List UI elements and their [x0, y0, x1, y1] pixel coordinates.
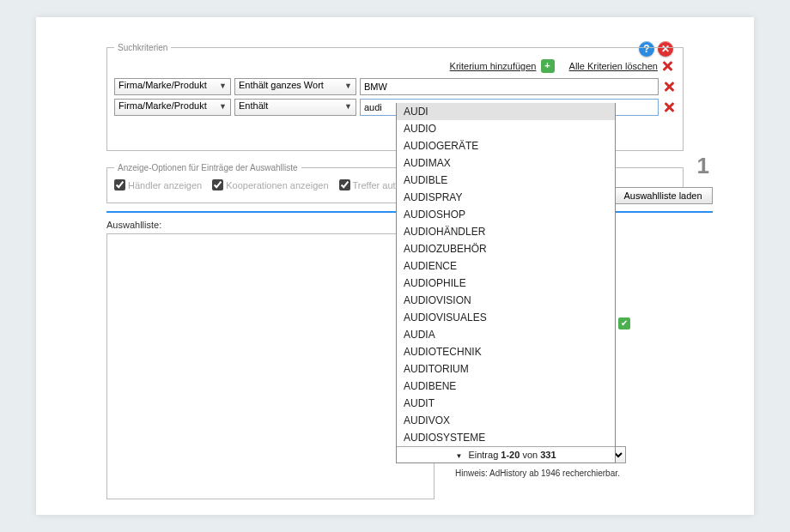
autocomplete-item[interactable]: AUDITORIUM	[397, 360, 615, 378]
autocomplete-item[interactable]: AUDIOTECHNIK	[397, 343, 615, 360]
autocomplete-item[interactable]: AUDIO	[397, 120, 615, 137]
plus-icon[interactable]: +	[541, 59, 555, 73]
autocomplete-item[interactable]: AUDIMAX	[397, 154, 615, 172]
autocomplete-item[interactable]: AUDIBENE	[397, 378, 615, 395]
show-coops-label: Kooperationen anzeigen	[226, 180, 328, 190]
operator-select[interactable]: Enthält ganzes Wort	[234, 78, 356, 95]
autocomplete-item[interactable]: AUDISPRAY	[397, 189, 615, 206]
selection-list-label: Auswahlliste:	[106, 220, 161, 230]
autocomplete-item[interactable]: AUDIA	[397, 326, 615, 343]
autocomplete-item[interactable]: AUDIOPHILE	[397, 275, 615, 292]
field-select[interactable]: Firma/Marke/Produkt	[114, 99, 231, 116]
autocomplete-item[interactable]: AUDIT	[397, 395, 615, 412]
autocomplete-item[interactable]: AUDIVOX	[397, 412, 615, 429]
show-dealers-label: Händler anzeigen	[128, 180, 202, 190]
autocomplete-item[interactable]: AUDIOVISUALES	[397, 309, 615, 326]
autocomplete-item[interactable]: AUDIOSHOP	[397, 206, 615, 223]
remove-criterion-icon[interactable]	[662, 80, 676, 94]
remove-criterion-icon[interactable]	[662, 100, 676, 114]
show-coops-checkbox[interactable]: Kooperationen anzeigen	[212, 179, 328, 190]
autocomplete-footer[interactable]: ▼ Eintrag 1-20 von 331	[397, 446, 615, 462]
autocomplete-item[interactable]: AUDIOSYSTEME	[397, 429, 615, 446]
clear-all-link[interactable]: Alle Kriterien löschen	[569, 61, 658, 71]
confirm-icon[interactable]: ✔	[618, 317, 630, 329]
show-dealers-checkbox[interactable]: Händler anzeigen	[114, 179, 202, 190]
value-input[interactable]	[360, 78, 659, 95]
result-count: 1	[697, 153, 709, 179]
criterion-row: Firma/Marke/Produkt Enthält ganzes Wort	[114, 78, 676, 95]
chevron-down-icon: ▼	[455, 452, 462, 460]
autocomplete-dropdown: AUDIAUDIOAUDIOGERÄTEAUDIMAXAUDIBLEAUDISP…	[396, 103, 616, 463]
add-criterion-link[interactable]: Kriterium hinzufügen	[450, 61, 537, 71]
autocomplete-item[interactable]: AUDIBLE	[397, 172, 615, 189]
autocomplete-item[interactable]: AUDIENCE	[397, 257, 615, 275]
autocomplete-item[interactable]: AUDIOGERÄTE	[397, 137, 615, 154]
operator-select[interactable]: Enthält	[234, 99, 356, 116]
selection-list-box[interactable]	[106, 233, 434, 499]
clear-all-icon[interactable]	[660, 59, 674, 73]
display-options-legend: Anzeige-Optionen für Einträge der Auswah…	[114, 163, 301, 172]
autocomplete-item[interactable]: AUDI	[397, 103, 615, 120]
autocomplete-item[interactable]: AUDIOHÄNDLER	[397, 223, 615, 240]
load-list-button[interactable]: Auswahlliste laden	[613, 187, 713, 204]
criteria-legend: Suchkriterien	[114, 43, 171, 52]
field-select[interactable]: Firma/Marke/Produkt	[114, 78, 231, 95]
relative-period-hint: Hinweis: AdHistory ab 1946 recherchierba…	[455, 469, 653, 478]
autocomplete-item[interactable]: AUDIOZUBEHÖR	[397, 240, 615, 257]
autocomplete-item[interactable]: AUDIOVISION	[397, 292, 615, 309]
